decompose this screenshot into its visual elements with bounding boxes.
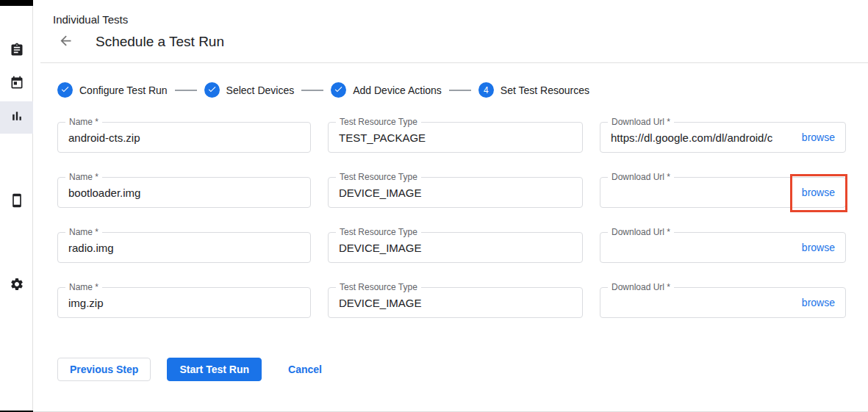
step-label: Select Devices — [226, 84, 295, 96]
download-url-input[interactable]: Download Url * browse — [600, 177, 846, 208]
phone-icon — [10, 193, 24, 211]
step-connector — [449, 90, 471, 91]
app-window: Individual Tests Schedule a Test Run Con… — [0, 0, 868, 412]
step-complete-circle — [331, 82, 346, 98]
name-value: android-cts.zip — [68, 131, 300, 144]
name-input[interactable]: Name * img.zip — [57, 287, 311, 318]
gear-icon — [10, 277, 24, 294]
title-row: Schedule a Test Run — [57, 33, 868, 51]
name-input[interactable]: Name * bootloader.img — [57, 177, 311, 208]
step-add-device-actions[interactable]: Add Device Actions — [331, 82, 442, 98]
resource-type-value: DEVICE_IMAGE — [339, 187, 572, 199]
step-label: Configure Test Run — [79, 84, 168, 96]
field-label: Test Resource Type — [336, 172, 421, 182]
field-label: Download Url * — [608, 282, 674, 292]
breadcrumb: Individual Tests — [53, 13, 868, 26]
clipboard-icon — [10, 43, 24, 60]
sidebar-item-plans[interactable] — [0, 68, 33, 101]
name-value: radio.img — [68, 242, 300, 254]
sidebar-item-tests[interactable] — [0, 35, 33, 68]
field-label: Download Url * — [608, 227, 674, 237]
field-label: Test Resource Type — [336, 227, 421, 237]
step-set-test-resources[interactable]: 4 Set Test Resources — [478, 82, 589, 98]
step-complete-circle — [57, 82, 73, 98]
check-icon — [334, 84, 343, 97]
resource-type-value: DEVICE_IMAGE — [339, 297, 572, 309]
download-url-input[interactable]: Download Url * browse — [600, 232, 846, 263]
step-number: 4 — [484, 85, 489, 95]
browse-link[interactable]: browse — [802, 297, 835, 308]
step-connector — [301, 90, 323, 91]
name-value: bootloader.img — [68, 187, 300, 199]
name-value: img.zip — [68, 297, 300, 309]
resource-type-input[interactable]: Test Resource Type DEVICE_IMAGE — [328, 232, 583, 263]
stepper: Configure Test Run Select Devices Add De… — [57, 82, 868, 98]
resource-type-input[interactable]: Test Resource Type DEVICE_IMAGE — [328, 287, 583, 318]
start-test-run-button[interactable]: Start Test Run — [167, 358, 262, 381]
field-label: Name * — [65, 282, 102, 292]
sidebar — [0, 0, 33, 412]
field-label: Test Resource Type — [336, 282, 421, 292]
header-divider — [40, 62, 868, 63]
name-input[interactable]: Name * android-cts.zip — [57, 122, 311, 153]
sidebar-item-test-runs[interactable] — [0, 101, 33, 134]
step-select-devices[interactable]: Select Devices — [204, 82, 295, 98]
step-label: Set Test Resources — [501, 84, 589, 96]
field-label: Download Url * — [608, 117, 674, 127]
resource-type-value: TEST_PACKAGE — [339, 131, 572, 144]
browse-link[interactable]: browse — [802, 131, 835, 143]
browse-link[interactable]: browse — [802, 187, 835, 198]
download-url-input[interactable]: Download Url * browse — [600, 287, 846, 318]
resource-type-input[interactable]: Test Resource Type DEVICE_IMAGE — [328, 177, 583, 208]
main-content: Individual Tests Schedule a Test Run Con… — [33, 0, 868, 411]
window-frame-top — [0, 0, 33, 6]
field-label: Name * — [65, 117, 102, 127]
field-label: Download Url * — [608, 172, 674, 182]
browse-link[interactable]: browse — [802, 242, 835, 253]
previous-step-button[interactable]: Previous Step — [57, 358, 151, 381]
action-bar: Previous Step Start Test Run Cancel — [57, 358, 868, 381]
step-label: Add Device Actions — [353, 84, 442, 96]
test-resources-form: Name * android-cts.zip Test Resource Typ… — [57, 122, 868, 318]
download-url-input[interactable]: Download Url * https://dl.google.com/dl/… — [600, 122, 846, 153]
step-configure-test-run[interactable]: Configure Test Run — [57, 82, 168, 98]
step-current-circle: 4 — [478, 82, 494, 98]
page-title: Schedule a Test Run — [96, 34, 224, 50]
sidebar-item-settings[interactable] — [0, 270, 33, 302]
field-label: Test Resource Type — [336, 117, 421, 127]
resource-type-input[interactable]: Test Resource Type TEST_PACKAGE — [328, 122, 583, 153]
name-input[interactable]: Name * radio.img — [57, 232, 311, 263]
arrow-back-icon — [58, 33, 73, 51]
field-label: Name * — [65, 227, 102, 237]
step-complete-circle — [204, 82, 220, 98]
back-button[interactable] — [57, 33, 74, 51]
sidebar-item-devices[interactable] — [0, 186, 33, 218]
download-url-value: https://dl.google.com/dl/android/c — [611, 131, 795, 144]
check-icon — [60, 84, 70, 97]
calendar-icon — [10, 76, 24, 93]
check-icon — [207, 84, 217, 97]
step-connector — [175, 90, 197, 91]
field-label: Name * — [65, 172, 102, 182]
bar-chart-icon — [10, 109, 24, 126]
resource-type-value: DEVICE_IMAGE — [339, 242, 572, 254]
cancel-button[interactable]: Cancel — [276, 358, 334, 380]
